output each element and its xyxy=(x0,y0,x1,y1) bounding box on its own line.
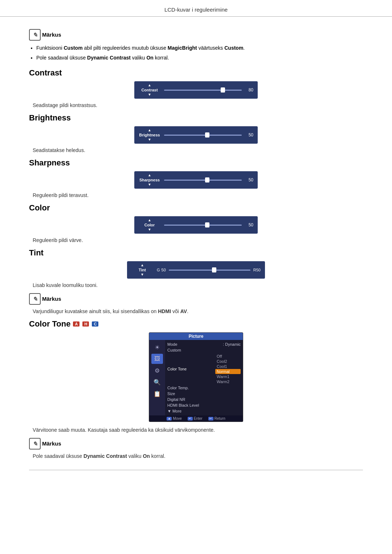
sharpness-value: 50 xyxy=(245,177,253,182)
osd-row-mode-value: : Dynamic xyxy=(223,342,241,346)
info-icon: 📋 xyxy=(154,390,161,397)
tint-label-col: ▲ Tint ▼ xyxy=(131,263,153,276)
osd-row-mode: Mode : Dynamic xyxy=(167,341,241,347)
tint-note-label: Märkus xyxy=(42,293,61,305)
color-track xyxy=(164,225,242,226)
note-block-1: ✎ Märkus xyxy=(29,29,363,41)
osd-row-size: Size xyxy=(167,391,241,397)
osd-footer-move: ▲ Move xyxy=(167,416,181,420)
sharpness-down-arrow[interactable]: ▼ xyxy=(148,183,151,186)
brightness-thumb[interactable] xyxy=(205,132,209,138)
osd-content: Mode : Dynamic Custom Color Tone Off Coo… xyxy=(165,340,243,415)
sharpness-up-arrow[interactable]: ▲ xyxy=(148,173,151,177)
contrast-up-arrow[interactable]: ▲ xyxy=(148,83,151,87)
color-down-arrow[interactable]: ▼ xyxy=(148,228,151,231)
osd-row-size-label: Size xyxy=(167,391,175,396)
sharpness-slider-container: ▲ Sharpness ▼ 50 xyxy=(29,171,363,189)
osd-footer-return: ↩ Return xyxy=(208,416,225,420)
brightness-track-area[interactable] xyxy=(164,133,242,137)
brightness-down-arrow[interactable]: ▼ xyxy=(148,138,151,141)
color-track-area[interactable] xyxy=(164,223,242,227)
brightness-label: Brightness xyxy=(139,133,160,137)
contrast-slider-box: ▲ Contrast ▼ 80 xyxy=(134,81,258,99)
osd-sub-cool2: Cool2 xyxy=(215,359,241,364)
tint-track xyxy=(169,270,250,271)
osd-sub-normal: Normal xyxy=(215,369,241,374)
sharpness-track-area[interactable] xyxy=(164,178,242,182)
osd-footer-enter: ↵ Enter xyxy=(188,416,203,420)
page-header: LCD-kuvar i reguleerimine xyxy=(0,0,392,17)
tint-title: Tint xyxy=(29,248,363,258)
sharpness-thumb[interactable] xyxy=(205,177,209,182)
brightness-title: Brightness xyxy=(29,113,363,123)
brightness-desc: Seadistatakse heledus. xyxy=(33,147,363,153)
contrast-label: Contrast xyxy=(141,88,158,92)
note1-bullets: Funktsiooni Custom abil pilti reguleerid… xyxy=(36,44,363,62)
display-icon: 🔍 xyxy=(154,379,161,386)
osd-row-colortemp: Color Temp. xyxy=(167,385,241,391)
contrast-label-col: ▲ Contrast ▼ xyxy=(139,83,160,97)
tint-note-text: Varjundiliugur kuvatakse ainult siis, ku… xyxy=(33,308,363,314)
osd-row-colortemp-label: Color Temp. xyxy=(167,386,189,390)
tint-label: Tint xyxy=(139,268,146,272)
osd-footer-return-label: Return xyxy=(215,416,225,420)
color-tone-badge-c: C xyxy=(92,321,98,327)
osd-icon-info: 📋 xyxy=(151,389,163,399)
contrast-title: Contrast xyxy=(29,68,363,78)
color-tone-badge-h: H xyxy=(82,321,89,327)
color-up-arrow[interactable]: ▲ xyxy=(148,218,151,222)
osd-row-more-label: ▼ More xyxy=(167,409,181,413)
note1-bullet-1: Funktsiooni Custom abil pilti reguleerid… xyxy=(36,44,363,52)
page-footer xyxy=(29,470,363,473)
picture-icon: 🖼 xyxy=(154,356,160,362)
brightness-track xyxy=(164,135,242,136)
color-tone-label: Color Tone xyxy=(29,319,70,329)
contrast-track-area[interactable] xyxy=(164,88,242,92)
osd-submenu: Off Cool2 Cool1 Normal Warm1 Warm2 xyxy=(215,354,241,384)
contrast-track xyxy=(164,90,242,91)
color-tone-note-label: Märkus xyxy=(42,438,61,450)
contrast-down-arrow[interactable]: ▼ xyxy=(148,93,151,97)
osd-sub-warm2: Warm2 xyxy=(215,379,241,384)
color-tone-desc: Värvitoone saab muuta. Kasutaja saab reg… xyxy=(33,427,363,433)
color-tone-note-icon: ✎ xyxy=(29,438,41,450)
return-icon: ↩ xyxy=(208,417,213,420)
contrast-value: 80 xyxy=(245,87,253,93)
osd-icon-settings: ⚙ xyxy=(151,365,163,376)
osd-row-more: ▼ More xyxy=(167,408,241,414)
tint-note-icon: ✎ xyxy=(29,293,41,305)
osd-title: Picture xyxy=(189,334,204,339)
tint-note-block: ✎ Märkus xyxy=(29,293,363,305)
settings-icon: ⚙ xyxy=(155,367,160,374)
contrast-slider-container: ▲ Contrast ▼ 80 xyxy=(29,81,363,99)
tint-thumb[interactable] xyxy=(212,267,216,272)
color-tone-title: Color Tone A H C xyxy=(29,319,363,329)
osd-row-digitalnr: Digital NR xyxy=(167,397,241,402)
color-slider-container: ▲ Color ▼ 50 xyxy=(29,216,363,234)
tint-track-area[interactable] xyxy=(169,268,250,272)
tint-slider-container: ▲ Tint ▼ G 50 R 50 xyxy=(29,261,363,279)
note1-bullet-2: Pole saadaval üksuse Dynamic Contrast va… xyxy=(36,54,363,62)
tint-r-value: 50 xyxy=(256,268,261,272)
brightness-up-arrow[interactable]: ▲ xyxy=(148,128,151,132)
tint-up-arrow[interactable]: ▲ xyxy=(140,263,144,267)
osd-body: ☀ 🖼 ⚙ 🔍 📋 xyxy=(149,340,243,415)
contrast-thumb[interactable] xyxy=(221,87,225,93)
tint-g-value: 50 xyxy=(162,268,166,272)
osd-sub-warm1: Warm1 xyxy=(215,374,241,379)
sharpness-label-col: ▲ Sharpness ▼ xyxy=(139,173,160,186)
osd-icon-brightness: ☀ xyxy=(151,342,163,352)
color-thumb[interactable] xyxy=(205,222,209,227)
osd-row-digitalnr-label: Digital NR xyxy=(167,397,185,402)
osd-footer-enter-label: Enter xyxy=(194,416,203,420)
tint-down-arrow[interactable]: ▼ xyxy=(140,273,144,276)
color-desc: Reguleerib pildi värve. xyxy=(33,237,363,243)
brightness-value: 50 xyxy=(245,132,253,138)
osd-row-custom: Custom xyxy=(167,347,241,353)
osd-footer: ▲ Move ↵ Enter ↩ Return xyxy=(149,415,243,422)
sharpness-slider-box: ▲ Sharpness ▼ 50 xyxy=(134,171,258,189)
osd-row-hdmi-label: HDMI Black Level xyxy=(167,403,199,407)
osd-menu: Picture ☀ 🖼 ⚙ xyxy=(149,332,243,422)
osd-icon-display: 🔍 xyxy=(151,377,163,387)
brightness-label-col: ▲ Brightness ▼ xyxy=(139,128,160,141)
